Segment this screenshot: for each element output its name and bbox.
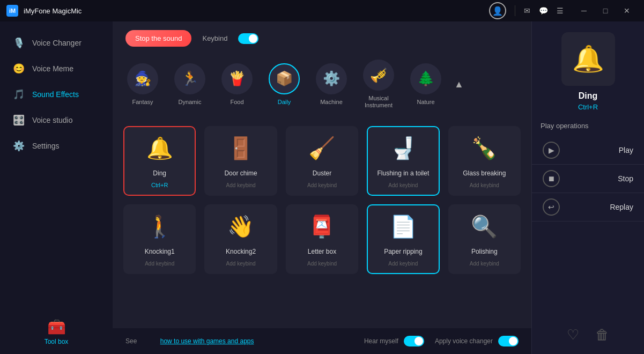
replay-icon: ↩ [543,198,560,216]
category-scroll-up[interactable]: ▲ [451,68,467,100]
food-label: Food [230,99,243,106]
delete-icon[interactable]: 🗑 [595,327,609,343]
selected-sound-preview: 🔔 [561,32,615,86]
dynamic-icon-wrap: 🏃 [174,63,205,94]
paper-ripping-keybind: Add keybind [388,261,418,267]
flushing-name: Flushing in a toilet [377,169,430,177]
titlebar-icons: 👤 ✉ 💬 ☰ [489,2,564,19]
sidebar-item-voice-changer[interactable]: 🎙️ Voice Changer [0,30,113,56]
titlebar: iM iMyFone MagicMic 👤 ✉ 💬 ☰ ─ □ ✕ [0,0,644,21]
hear-myself-toggle[interactable] [404,336,424,346]
glass-breaking-keybind: Add keybind [470,182,499,188]
door-chime-keybind: Add keybind [226,182,256,188]
apply-voice-label: Apply voice changer [435,337,493,345]
play-icon: ▶ [543,142,560,159]
sound-card-ding[interactable]: 🔔 Ding Ctrl+R [123,126,196,196]
flushing-icon: 🚽 [390,136,417,161]
replay-label: Replay [610,203,633,211]
category-daily[interactable]: 📦 Daily [263,59,306,110]
paper-ripping-icon: 📄 [390,214,417,239]
close-button[interactable]: ✕ [616,0,638,21]
fantasy-icon-wrap: 🧙 [127,63,158,94]
sound-card-polishing[interactable]: 🔍 Polishing Add keybind [448,204,521,274]
knocking1-icon: 🚶 [146,214,173,239]
menu-icon[interactable]: ☰ [557,6,564,15]
category-dynamic[interactable]: 🏃 Dynamic [168,59,211,110]
duster-icon: 🧹 [308,136,335,161]
toolbox-button[interactable]: 🧰 Tool box [0,309,113,354]
door-chime-icon: 🚪 [227,136,254,161]
musical-label: MusicalInstrument [365,95,393,109]
daily-label: Daily [278,99,291,106]
sidebar-item-voice-meme[interactable]: 😊 Voice Meme [0,56,113,82]
settings-icon: ⚙️ [13,140,25,152]
sound-card-door-chime[interactable]: 🚪 Door chime Add keybind [204,126,277,196]
sidebar-item-voice-studio[interactable]: 🎛️ Voice studio [0,107,113,133]
keybind-toggle[interactable] [238,33,258,44]
nature-icon-wrap: 🌲 [410,63,441,94]
paper-ripping-name: Paper ripping [384,248,422,255]
minimize-button[interactable]: ─ [573,0,595,21]
apply-voice-toggle[interactable] [498,336,519,346]
polishing-icon: 🔍 [471,214,498,239]
sound-card-knocking1[interactable]: 🚶 Knocking1 Add keybind [123,204,196,274]
play-label: Play [619,146,633,154]
category-fantasy[interactable]: 🧙 Fantasy [121,59,164,110]
nature-label: Nature [417,99,434,106]
sidebar: 🎙️ Voice Changer 😊 Voice Meme 🎵 Sound Ef… [0,21,113,354]
letter-box-keybind: Add keybind [307,261,337,267]
knocking2-name: Knocking2 [226,248,256,255]
sidebar-item-sound-effects[interactable]: 🎵 Sound Effects [0,82,113,107]
app-logo: iM [6,5,18,17]
sidebar-item-settings[interactable]: ⚙️ Settings [0,133,113,159]
selected-sound-name: Ding [579,91,598,101]
category-musical[interactable]: 🎺 MusicalInstrument [357,55,400,113]
favorite-icon[interactable]: ♡ [567,327,579,343]
voice-changer-icon: 🎙️ [13,37,25,49]
bottom-bar: See how to use with games and apps Hear … [113,328,531,354]
machine-label: Machine [320,99,343,106]
app-title: iMyFone MagicMic [24,7,484,15]
right-panel: 🔔 Ding Ctrl+R Play operations ▶ Play ⏹ S… [531,21,644,354]
ding-name: Ding [153,169,166,177]
machine-icon-wrap: ⚙️ [316,63,347,94]
stop-icon: ⏹ [543,170,560,187]
chat-icon[interactable]: 💬 [539,6,548,15]
how-to-link[interactable]: how to use with games and apps [160,337,254,345]
knocking1-keybind: Add keybind [145,261,174,267]
sound-card-paper-ripping[interactable]: 📄 Paper ripping Add keybind [367,204,439,274]
content-area: Stop the sound Keybind 🧙 Fantasy 🏃 Dynam… [113,21,531,354]
polishing-name: Polishing [471,248,498,255]
maximize-button[interactable]: □ [595,0,616,21]
dynamic-label: Dynamic [179,99,202,106]
sound-card-duster[interactable]: 🧹 Duster Add keybind [286,126,358,196]
knocking2-icon: 👋 [227,214,254,239]
hear-myself-control: Hear myself [364,336,424,346]
sound-grid: 🔔 Ding Ctrl+R 🚪 Door chime Add keybind 🧹… [113,120,531,328]
stop-label: Stop [618,174,633,183]
profile-icon[interactable]: 👤 [489,2,506,19]
replay-button[interactable]: ↩ Replay [532,193,644,222]
mail-icon[interactable]: ✉ [524,6,530,15]
selected-sound-icon: 🔔 [572,44,604,74]
food-icon-wrap: 🍟 [221,63,253,94]
stop-button[interactable]: ⏹ Stop [532,165,644,193]
category-machine[interactable]: ⚙️ Machine [310,59,353,110]
see-label: See [125,337,137,345]
sound-card-letter-box[interactable]: 📮 Letter box Add keybind [286,204,358,274]
sound-card-knocking2[interactable]: 👋 Knocking2 Add keybind [204,204,277,274]
voice-meme-icon: 😊 [13,63,25,75]
play-button[interactable]: ▶ Play [532,136,644,165]
ding-icon: 🔔 [146,136,173,161]
flushing-keybind: Add keybind [388,182,418,188]
voice-studio-icon: 🎛️ [13,114,25,126]
glass-breaking-icon: 🍾 [471,136,498,161]
category-food[interactable]: 🍟 Food [216,59,258,110]
category-bar: 🧙 Fantasy 🏃 Dynamic 🍟 Food 📦 Daily ⚙️ Ma… [113,55,531,120]
topbar: Stop the sound Keybind [113,21,531,55]
musical-icon-wrap: 🎺 [363,60,394,91]
sound-card-glass-breaking[interactable]: 🍾 Glass breaking Add keybind [448,126,521,196]
stop-sound-button[interactable]: Stop the sound [125,30,191,47]
category-nature[interactable]: 🌲 Nature [404,59,447,110]
sound-card-flushing[interactable]: 🚽 Flushing in a toilet Add keybind [367,126,439,196]
